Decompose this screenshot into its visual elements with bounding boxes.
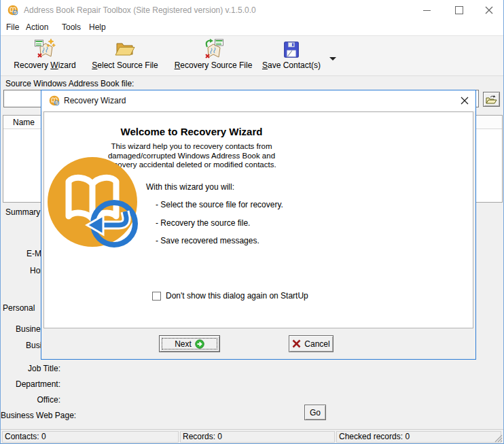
recovery-source-file-button[interactable]: Recovery Source File [174, 38, 253, 75]
status-bar: Contacts: 0 Records: 0 Checked records: … [1, 429, 504, 444]
wizard-intro: With this wizard you will: [146, 182, 234, 192]
status-records: Records: 0 [180, 431, 335, 443]
name-column-header: Name [13, 118, 35, 127]
floppy-disk-icon [281, 38, 302, 60]
cancel-x-icon [292, 339, 301, 348]
next-arrow-icon [195, 339, 204, 349]
menu-bar: File Action Tools Help [1, 20, 504, 35]
recovery-wizard-label: Recovery Wizard [14, 61, 75, 70]
title-bar: Address Book Repair Toolbox (Site Regist… [1, 0, 504, 20]
job-title-label: Job Title: [1, 364, 60, 373]
next-button[interactable]: Next [159, 335, 220, 352]
status-contacts: Contacts: 0 [2, 431, 179, 443]
minimize-icon [423, 10, 431, 11]
toolbar: Recovery Wizard Select Source File [1, 35, 504, 76]
recovery-source-file-label: Recovery Source File [175, 61, 253, 70]
wizard-step-2: - Recovery the source file. [156, 218, 250, 228]
wizard-step-1: - Select the source file for recovery. [156, 200, 283, 209]
dont-show-again-label[interactable]: Don't show this dialog again on StartUp [166, 291, 308, 301]
resize-grip[interactable] [494, 434, 503, 443]
department-label: Department: [1, 379, 60, 389]
cancel-button[interactable]: Cancel [289, 335, 334, 352]
menu-action[interactable]: Action [26, 22, 48, 32]
menu-tools[interactable]: Tools [62, 22, 81, 32]
personal-label: Personal [3, 303, 35, 313]
maximize-button[interactable] [448, 0, 471, 20]
save-contacts-label: Save Contact(s) [262, 61, 321, 70]
select-source-file-label: Select Source File [92, 61, 158, 70]
dialog-title-bar: Recovery Wizard [41, 90, 475, 111]
window-title: Address Book Repair Toolbox (Site Regist… [24, 0, 256, 20]
cancel-button-label: Cancel [304, 339, 329, 349]
select-source-file-button[interactable]: Select Source File [90, 38, 160, 75]
dialog-close-icon [460, 96, 469, 105]
app-window: Address Book Repair Toolbox (Site Regist… [0, 0, 504, 444]
save-dropdown-caret-icon[interactable] [329, 57, 336, 61]
dialog-title: Recovery Wizard [64, 90, 126, 111]
source-file-label: Source Windows Address Book file: [5, 79, 134, 88]
menu-file[interactable]: File [6, 22, 19, 32]
maximize-icon [455, 6, 463, 14]
business-web-page-label: Business Web Page: [1, 411, 60, 420]
dont-show-again-checkbox[interactable] [152, 292, 161, 301]
next-button-focus: Next [162, 338, 217, 349]
summary-label: Summary [5, 207, 40, 217]
dialog-close-button[interactable] [453, 90, 475, 111]
save-contacts-button[interactable]: Save Contact(s) [257, 38, 325, 75]
recovery-wizard-button[interactable]: Recovery Wizard [10, 38, 79, 75]
recovery-source-file-icon [202, 38, 225, 60]
menu-help[interactable]: Help [89, 22, 106, 32]
browse-folder-icon [486, 95, 497, 105]
status-checked-records: Checked records: 0 [336, 431, 501, 443]
close-icon [484, 5, 494, 15]
recovery-wizard-dialog: Recovery Wizard Welcome to Recovery Wiza… [41, 90, 476, 360]
wizard-heading: Welcome to Recovery Wizard [90, 126, 293, 137]
open-folder-icon [113, 38, 137, 60]
wizard-step-3: - Save recovered messages. [156, 236, 259, 245]
browse-button[interactable] [483, 92, 500, 107]
address-book-recovery-logo [43, 153, 142, 252]
dialog-footer [41, 330, 475, 360]
next-button-label: Next [175, 339, 192, 349]
go-button[interactable]: Go [304, 405, 326, 420]
minimize-button[interactable] [415, 0, 438, 20]
dialog-app-logo-icon [49, 95, 60, 106]
close-button[interactable] [478, 0, 501, 20]
recovery-wizard-icon [33, 38, 56, 60]
app-logo-icon [7, 5, 18, 16]
office-label: Office: [1, 395, 60, 405]
description-line-1: This wizard help you to recovery contact… [90, 142, 293, 152]
